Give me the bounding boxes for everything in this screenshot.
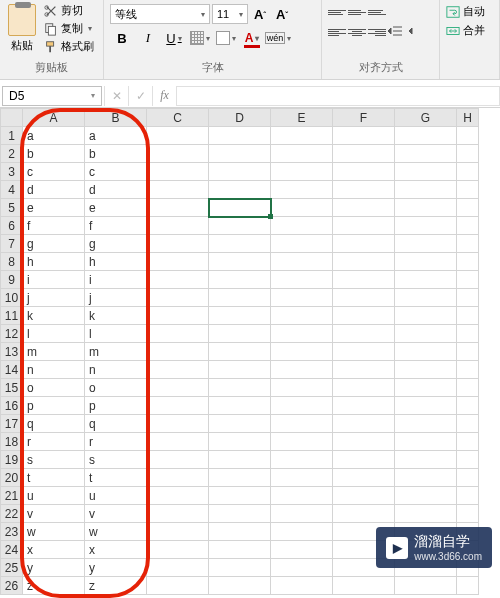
cell-A10[interactable]: j — [23, 289, 85, 307]
cell-A19[interactable]: s — [23, 451, 85, 469]
row-head[interactable]: 7 — [1, 235, 23, 253]
cell-C23[interactable] — [147, 523, 209, 541]
cell-D17[interactable] — [209, 415, 271, 433]
cell-D23[interactable] — [209, 523, 271, 541]
cell-E4[interactable] — [271, 181, 333, 199]
cell-D20[interactable] — [209, 469, 271, 487]
bold-button[interactable]: B — [112, 28, 132, 48]
cell-F8[interactable] — [333, 253, 395, 271]
cell-D5[interactable] — [209, 199, 271, 217]
col-head-D[interactable]: D — [209, 109, 271, 127]
name-box[interactable]: D5 ▾ — [2, 86, 102, 106]
cell-A2[interactable]: b — [23, 145, 85, 163]
cell-B20[interactable]: t — [85, 469, 147, 487]
increase-font-button[interactable]: Aˆ — [250, 4, 270, 24]
cell-G17[interactable] — [395, 415, 457, 433]
cell-A7[interactable]: g — [23, 235, 85, 253]
cell-G1[interactable] — [395, 127, 457, 145]
cell-D11[interactable] — [209, 307, 271, 325]
cell-E17[interactable] — [271, 415, 333, 433]
cell-D3[interactable] — [209, 163, 271, 181]
cell-E20[interactable] — [271, 469, 333, 487]
row-head[interactable]: 2 — [1, 145, 23, 163]
cell-F17[interactable] — [333, 415, 395, 433]
cell-E22[interactable] — [271, 505, 333, 523]
formula-input[interactable] — [177, 86, 500, 106]
cell-H6[interactable] — [457, 217, 479, 235]
cell-E11[interactable] — [271, 307, 333, 325]
cell-H18[interactable] — [457, 433, 479, 451]
row-head[interactable]: 8 — [1, 253, 23, 271]
cell-F10[interactable] — [333, 289, 395, 307]
cell-E18[interactable] — [271, 433, 333, 451]
cell-G18[interactable] — [395, 433, 457, 451]
cell-C3[interactable] — [147, 163, 209, 181]
cell-F5[interactable] — [333, 199, 395, 217]
cell-C26[interactable] — [147, 577, 209, 595]
cell-C21[interactable] — [147, 487, 209, 505]
cell-B8[interactable]: h — [85, 253, 147, 271]
cell-A15[interactable]: o — [23, 379, 85, 397]
align-center-button[interactable] — [348, 24, 366, 40]
fill-color-button[interactable]: ▾ — [216, 28, 236, 48]
row-head[interactable]: 15 — [1, 379, 23, 397]
cell-B25[interactable]: y — [85, 559, 147, 577]
cell-B9[interactable]: i — [85, 271, 147, 289]
cell-A17[interactable]: q — [23, 415, 85, 433]
cell-F14[interactable] — [333, 361, 395, 379]
cell-E3[interactable] — [271, 163, 333, 181]
cell-A13[interactable]: m — [23, 343, 85, 361]
cell-A24[interactable]: x — [23, 541, 85, 559]
cell-F1[interactable] — [333, 127, 395, 145]
row-head[interactable]: 22 — [1, 505, 23, 523]
row-head[interactable]: 25 — [1, 559, 23, 577]
cell-F21[interactable] — [333, 487, 395, 505]
cell-E9[interactable] — [271, 271, 333, 289]
cell-G20[interactable] — [395, 469, 457, 487]
cell-F7[interactable] — [333, 235, 395, 253]
cell-H2[interactable] — [457, 145, 479, 163]
col-head-G[interactable]: G — [395, 109, 457, 127]
cell-A20[interactable]: t — [23, 469, 85, 487]
cell-G3[interactable] — [395, 163, 457, 181]
col-head-H[interactable]: H — [457, 109, 479, 127]
cell-C19[interactable] — [147, 451, 209, 469]
cell-A1[interactable]: a — [23, 127, 85, 145]
cell-G12[interactable] — [395, 325, 457, 343]
row-head[interactable]: 4 — [1, 181, 23, 199]
cell-B2[interactable]: b — [85, 145, 147, 163]
cell-D21[interactable] — [209, 487, 271, 505]
row-head[interactable]: 18 — [1, 433, 23, 451]
cell-H7[interactable] — [457, 235, 479, 253]
cell-D12[interactable] — [209, 325, 271, 343]
cell-H5[interactable] — [457, 199, 479, 217]
cell-E2[interactable] — [271, 145, 333, 163]
decrease-font-button[interactable]: Aˇ — [272, 4, 292, 24]
cell-D4[interactable] — [209, 181, 271, 199]
cell-G4[interactable] — [395, 181, 457, 199]
cell-F9[interactable] — [333, 271, 395, 289]
cell-H11[interactable] — [457, 307, 479, 325]
cell-H3[interactable] — [457, 163, 479, 181]
cell-B18[interactable]: r — [85, 433, 147, 451]
row-head[interactable]: 21 — [1, 487, 23, 505]
cell-D8[interactable] — [209, 253, 271, 271]
cell-E5[interactable] — [271, 199, 333, 217]
cell-E23[interactable] — [271, 523, 333, 541]
paste-button[interactable]: 粘贴 — [4, 2, 40, 55]
cell-G13[interactable] — [395, 343, 457, 361]
cell-E12[interactable] — [271, 325, 333, 343]
cell-E6[interactable] — [271, 217, 333, 235]
cell-C4[interactable] — [147, 181, 209, 199]
cell-B14[interactable]: n — [85, 361, 147, 379]
cell-B22[interactable]: v — [85, 505, 147, 523]
cell-B26[interactable]: z — [85, 577, 147, 595]
cell-C1[interactable] — [147, 127, 209, 145]
cell-B6[interactable]: f — [85, 217, 147, 235]
cell-C12[interactable] — [147, 325, 209, 343]
cell-B23[interactable]: w — [85, 523, 147, 541]
row-head[interactable]: 11 — [1, 307, 23, 325]
cell-A16[interactable]: p — [23, 397, 85, 415]
cell-A8[interactable]: h — [23, 253, 85, 271]
cell-F20[interactable] — [333, 469, 395, 487]
